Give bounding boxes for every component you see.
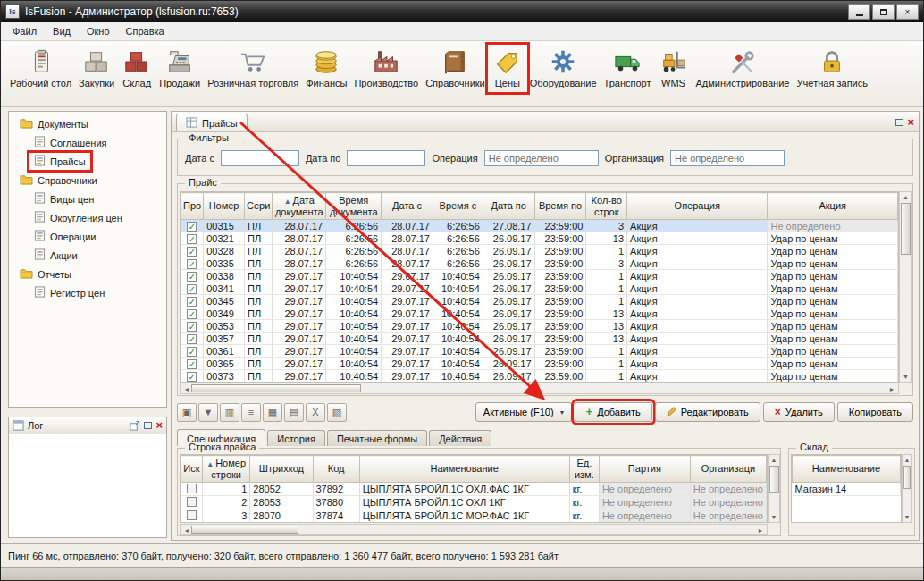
sidebar-group[interactable]: Документы [11, 114, 164, 133]
vertical-scrollbar[interactable]: ▲▼ [899, 191, 912, 383]
row-checkbox-cell[interactable] [181, 496, 203, 509]
menu-item[interactable]: Окно [79, 23, 118, 39]
column-header[interactable]: Акция [768, 193, 898, 220]
row-checkbox[interactable]: ✓ [187, 297, 197, 307]
close-button[interactable]: × [896, 4, 919, 20]
table-row[interactable]: 12805237892ЦЫПЛЯТА БРОЙЛ.1С ОХЛ.ФАС 1КГк… [181, 483, 767, 496]
table-row[interactable]: ✓00328ПЛ28.07.176:26:5628.07.176:26:5626… [181, 245, 898, 257]
row-checkbox[interactable]: ✓ [187, 259, 197, 269]
table-row[interactable]: ✓00349ПЛ29.07.1710:40:5429.07.1710:40:54… [181, 307, 898, 320]
scrollbar-thumb[interactable] [903, 466, 911, 489]
toolbar-item[interactable]: Рабочий стол [6, 46, 75, 91]
vertical-scrollbar[interactable]: ▲▼ [902, 454, 912, 523]
column-header[interactable]: Наименование [793, 456, 901, 483]
column-header[interactable]: Дата с [382, 193, 433, 220]
row-checkbox-cell[interactable]: ✓ [181, 295, 204, 307]
organization-value-field[interactable]: Не определено [670, 150, 785, 166]
table-row[interactable]: ✓00345ПЛ29.07.1710:40:5429.07.1710:40:54… [181, 295, 898, 307]
toolbar-item[interactable]: Администрирование [693, 46, 794, 91]
vertical-scrollbar[interactable]: ▲▼ [768, 454, 780, 523]
column-header[interactable]: Время с [433, 193, 483, 220]
row-checkbox-cell[interactable]: ✓ [181, 307, 204, 320]
date-from-input[interactable] [221, 150, 299, 166]
sidebar-item[interactable]: Регистр цен [11, 283, 164, 302]
detail-tab[interactable]: Действия [429, 430, 491, 446]
column-header[interactable]: Время по [534, 193, 586, 220]
toolbar-item[interactable]: Финансы [302, 46, 350, 91]
minimize-button[interactable] [848, 4, 870, 20]
copy-table-button[interactable]: ▣ [177, 403, 197, 422]
sidebar-item[interactable]: Виды цен [11, 189, 164, 208]
row-checkbox[interactable]: ✓ [187, 347, 197, 357]
popout-icon[interactable] [130, 421, 140, 431]
horizontal-scrollbar[interactable]: ◄► [180, 383, 899, 394]
table-row[interactable]: ✓00335ПЛ28.07.176:26:5628.07.176:26:5626… [181, 257, 898, 270]
columns-button[interactable]: ▥ [220, 403, 239, 422]
table-row[interactable]: ✓00341ПЛ29.07.1710:40:5429.07.1710:40:54… [181, 282, 898, 295]
column-header[interactable]: ▲Номер строки [202, 456, 249, 483]
toolbar-item[interactable]: Оборудование [526, 46, 601, 91]
table-row[interactable]: ✓00315ПЛ28.07.176:26:5628.07.176:26:5627… [181, 220, 898, 232]
table-row[interactable]: ✓00373ПЛ29.07.1710:40:5429.07.1710:40:54… [181, 370, 898, 383]
column-header[interactable]: Иск [181, 456, 203, 483]
table-row[interactable]: ✓00365ПЛ29.07.1710:40:5429.07.1710:40:54… [181, 358, 898, 370]
active-filter-combo[interactable]: Активные (F10)▼ [475, 402, 572, 422]
column-header[interactable]: Партия [599, 456, 690, 483]
row-checkbox-cell[interactable] [181, 509, 203, 523]
row-checkbox-cell[interactable]: ✓ [181, 270, 204, 282]
tab-prices[interactable]: Прайсы [176, 114, 248, 131]
delete-button[interactable]: ×Удалить [763, 402, 835, 422]
menu-item[interactable]: Вид [45, 23, 79, 39]
operation-value-field[interactable]: Не определено [484, 150, 599, 166]
row-checkbox-cell[interactable]: ✓ [181, 320, 204, 333]
excel-export-button[interactable]: X [306, 403, 325, 422]
row-checkbox[interactable]: ✓ [187, 322, 197, 332]
column-header[interactable]: Наименование [359, 456, 569, 483]
row-checkbox-cell[interactable]: ✓ [181, 282, 204, 295]
column-header[interactable]: Штрихкод [250, 456, 313, 483]
toolbar-item[interactable]: WMS [655, 46, 693, 91]
column-header[interactable]: Время документа [326, 193, 382, 220]
column-header[interactable]: Ед. изм. [569, 456, 599, 483]
scrollbar-thumb[interactable] [769, 466, 779, 493]
group-button[interactable]: ▦ [263, 403, 282, 422]
sidebar-item[interactable]: Округления цен [11, 208, 164, 227]
toolbar-item[interactable]: Закупки [75, 46, 118, 91]
toolbar-item[interactable]: Склад [118, 46, 155, 91]
sidebar-item[interactable]: Операции [11, 227, 164, 246]
row-checkbox[interactable]: ✓ [187, 309, 197, 319]
column-header[interactable]: Организаци [690, 456, 766, 483]
row-checkbox-cell[interactable]: ✓ [181, 345, 204, 358]
add-button[interactable]: +Добавить [575, 402, 652, 422]
column-header[interactable]: Код [313, 456, 359, 483]
table-row[interactable]: Магазин 14 [793, 483, 901, 496]
row-checkbox[interactable]: ✓ [187, 372, 197, 382]
table-row[interactable]: ✓00353ПЛ29.07.1710:40:5429.07.1710:40:54… [181, 320, 898, 333]
menu-item[interactable]: Справка [118, 23, 172, 39]
toolbar-item[interactable]: Продажи [155, 46, 204, 91]
date-to-input[interactable] [347, 150, 425, 166]
column-header[interactable]: Номер [204, 193, 245, 220]
toolbar-item[interactable]: Справочники [422, 46, 489, 91]
row-checkbox-cell[interactable]: ✓ [181, 245, 204, 257]
toolbar-item[interactable]: Цены [489, 46, 526, 91]
column-header[interactable]: Про [181, 193, 204, 220]
scrollbar-thumb[interactable] [901, 203, 911, 255]
table-row[interactable]: 32807037874ЦЫПЛЯТА БРОЙЛ.1С МОР.ФАС 1КГк… [181, 509, 767, 523]
edit-button[interactable]: Редактировать [655, 402, 760, 422]
print-button[interactable]: ▤ [284, 403, 304, 422]
toolbar-item[interactable]: Розничная торговля [204, 46, 302, 91]
row-checkbox-cell[interactable]: ✓ [181, 333, 204, 345]
title-bar[interactable]: Is IsFusion - Администратор (lsfusion.ru… [1, 1, 923, 22]
row-checkbox-cell[interactable]: ✓ [181, 220, 204, 232]
sidebar-group[interactable]: Справочники [11, 171, 164, 189]
maximize-panel-icon[interactable] [895, 119, 903, 126]
row-checkbox-cell[interactable] [181, 483, 203, 496]
row-checkbox[interactable] [187, 484, 197, 493]
scrollbar-thumb[interactable] [191, 384, 361, 392]
detail-tab[interactable]: Печатные формы [327, 430, 427, 446]
row-checkbox[interactable]: ✓ [187, 272, 197, 282]
row-checkbox[interactable] [187, 497, 197, 507]
column-header[interactable]: Операция [627, 193, 768, 220]
column-header[interactable]: Дата по [483, 193, 534, 220]
